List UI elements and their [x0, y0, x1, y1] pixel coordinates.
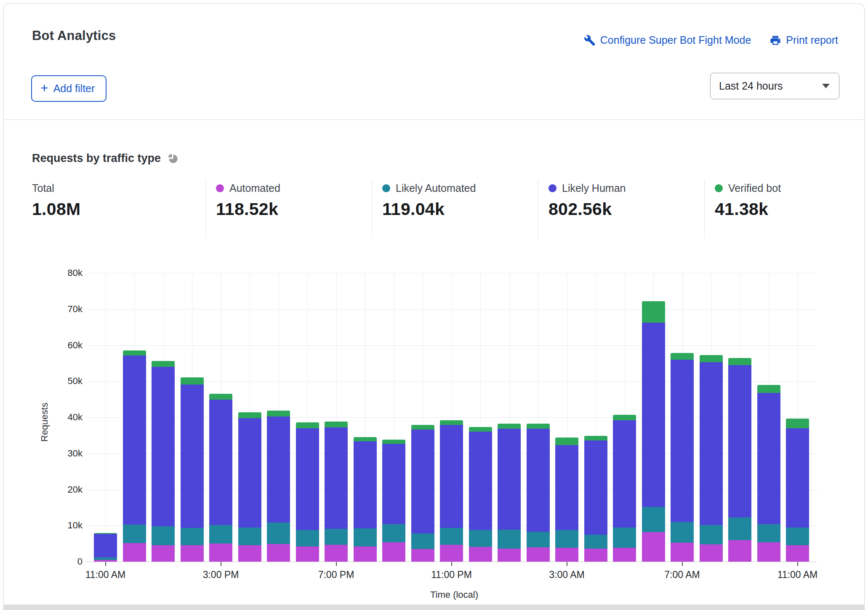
bar-segment-verified-bot [296, 422, 319, 428]
y-tick-label: 80k [53, 268, 83, 278]
page: Bot Analytics Configure Super Bot Fight … [0, 0, 868, 610]
stat-likely-automated[interactable]: Likely Automated119.04k [372, 180, 538, 239]
stat-label-row: Verified bot [715, 182, 856, 194]
bar-segment-likely-human [267, 416, 290, 522]
bar-segment-likely-automated [354, 528, 377, 546]
print-report-link[interactable]: Print report [769, 34, 838, 46]
bar-segment-likely-automated [382, 524, 405, 542]
bar-segment-verified-bot [584, 436, 607, 440]
bar-segment-verified-bot [382, 440, 405, 444]
x-tick-mark [336, 562, 337, 566]
bar-segment-automated [181, 545, 204, 562]
bar-column[interactable] [728, 358, 751, 562]
bar-segment-automated [152, 545, 175, 562]
bar-segment-likely-human [469, 432, 492, 530]
bar-segment-verified-bot [555, 438, 578, 445]
bar-column[interactable] [527, 424, 550, 562]
bar-column[interactable] [757, 385, 780, 562]
bar-column[interactable] [181, 377, 204, 562]
stat-label: Likely Automated [396, 182, 476, 194]
y-tick-label: 70k [53, 304, 83, 315]
bar-segment-verified-bot [642, 301, 665, 323]
bar-column[interactable] [152, 361, 175, 562]
bar-segment-verified-bot [411, 425, 434, 430]
v-gridline [106, 273, 106, 562]
add-filter-button[interactable]: + Add filter [31, 75, 107, 102]
stats-row: Total1.08MAutomated118.52kLikely Automat… [32, 180, 856, 239]
bar-segment-automated [325, 545, 348, 562]
bar-segment-automated [238, 545, 261, 562]
bar-segment-automated [411, 549, 434, 562]
bar-segment-likely-human [642, 323, 665, 507]
bar-segment-likely-automated [786, 528, 809, 545]
x-tick-mark [451, 562, 452, 566]
bar-segment-automated [296, 546, 319, 562]
bar-segment-likely-human [354, 441, 377, 528]
bar-column[interactable] [123, 350, 146, 562]
y-tick-label: 60k [53, 340, 83, 351]
legend-dot-automated [216, 184, 224, 192]
bar-segment-automated [642, 532, 665, 562]
legend-dot-likely-automated [382, 184, 390, 192]
chevron-down-icon [822, 84, 830, 88]
y-tick-label: 20k [53, 484, 83, 495]
bar-column[interactable] [584, 436, 607, 562]
stat-label-row: Likely Automated [382, 182, 538, 194]
stat-automated[interactable]: Automated118.52k [205, 180, 372, 239]
stat-label-row: Automated [216, 182, 372, 194]
bar-segment-likely-automated [700, 525, 723, 544]
bar-column[interactable] [354, 437, 377, 562]
bar-column[interactable] [411, 425, 434, 562]
stat-total: Total1.08M [32, 180, 205, 239]
bar-column[interactable] [209, 394, 232, 562]
stat-likely-human[interactable]: Likely Human802.56k [538, 180, 704, 239]
bar-segment-likely-human [209, 400, 232, 525]
bar-column[interactable] [469, 427, 492, 562]
bar-column[interactable] [671, 353, 694, 562]
x-tick-label: 7:00 AM [664, 569, 700, 581]
bar-segment-likely-human [296, 428, 319, 530]
bar-column[interactable] [555, 438, 578, 562]
x-tick-mark [105, 562, 106, 566]
section-header: Requests by traffic type [32, 152, 178, 165]
stat-verified-bot[interactable]: Verified bot41.38k [704, 180, 856, 239]
bar-segment-verified-bot [757, 385, 780, 393]
bar-column[interactable] [382, 440, 405, 562]
bar-segment-automated [671, 543, 694, 562]
bar-column[interactable] [296, 422, 319, 562]
bar-column[interactable] [238, 412, 261, 562]
bar-column[interactable] [786, 419, 809, 562]
bar-segment-automated [757, 542, 780, 562]
bar-column[interactable] [440, 420, 463, 562]
bar-segment-likely-human [123, 355, 146, 524]
y-tick-label: 0 [53, 556, 83, 567]
bar-segment-automated [786, 545, 809, 562]
x-tick-label: 11:00 AM [777, 569, 817, 581]
time-range-select[interactable]: Last 24 hours [710, 73, 839, 99]
stat-label: Likely Human [562, 182, 626, 194]
bar-segment-likely-automated [123, 525, 146, 544]
bar-column[interactable] [94, 533, 117, 562]
x-tick-label: 7:00 PM [318, 569, 354, 581]
bar-segment-likely-automated [209, 525, 232, 544]
bar-column[interactable] [325, 422, 348, 562]
bar-segment-likely-automated [757, 524, 780, 542]
bar-segment-likely-automated [238, 528, 261, 545]
stat-value: 1.08M [32, 199, 205, 219]
bar-segment-likely-human [238, 418, 261, 528]
bar-segment-likely-human [613, 420, 636, 528]
bar-segment-verified-bot [440, 420, 463, 425]
configure-link-label: Configure Super Bot Fight Mode [600, 34, 751, 46]
time-range-value: Last 24 hours [719, 80, 783, 92]
y-axis-title: Requests [39, 404, 50, 442]
stat-value: 119.04k [382, 199, 538, 219]
bar-column[interactable] [642, 301, 665, 562]
bar-column[interactable] [267, 411, 290, 562]
bar-segment-automated [700, 544, 723, 562]
bar-column[interactable] [700, 355, 723, 562]
bar-segment-likely-automated [469, 530, 492, 546]
bar-column[interactable] [613, 415, 636, 562]
stat-value: 118.52k [216, 199, 372, 219]
bar-column[interactable] [498, 424, 521, 562]
configure-super-bot-fight-mode-link[interactable]: Configure Super Bot Fight Mode [584, 34, 751, 46]
